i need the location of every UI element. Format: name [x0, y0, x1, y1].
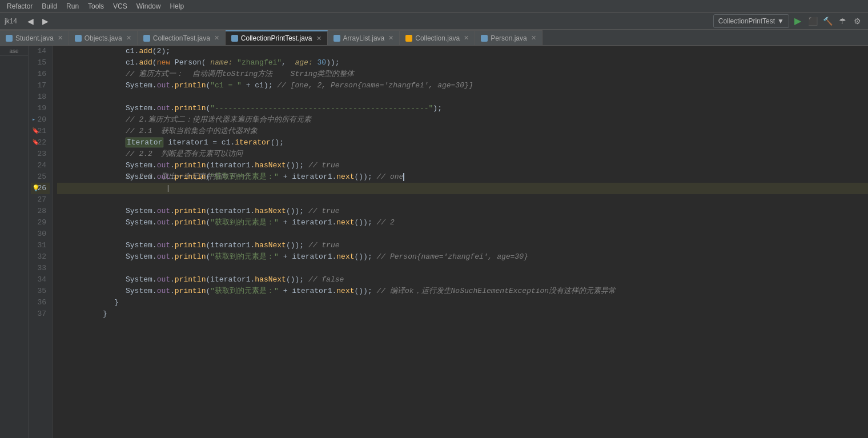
code-line-28: System.out.println(iterator1.hasNext());…	[57, 206, 868, 217]
menubar: Refactor Build Run Tools VCS Window Help	[0, 0, 868, 13]
code-line-23: // 2.2 判断是否有元素可以访问	[57, 148, 868, 160]
tab-collectiontest[interactable]: CollectionTest.java ✕	[138, 30, 226, 45]
fold-icon-20: ▸	[32, 114, 35, 126]
code-area[interactable]: 14 15 16 17 18 19 ▸ 20 🔖 21 🔖 22 23 24 2…	[29, 46, 868, 438]
line-num-22: 🔖 22	[31, 137, 50, 148]
tab-collection-close[interactable]: ✕	[464, 34, 469, 42]
menu-build[interactable]: Build	[37, 0, 62, 13]
tab-objects[interactable]: Objects.java ✕	[69, 30, 138, 45]
line-num-20: ▸ 20	[31, 114, 50, 126]
toolbar: jk14 ◀ ▶ CollectionPrintTest ▼ ▶ ⬛ 🔨 ☂ ⚙	[0, 13, 868, 30]
menu-help[interactable]: Help	[165, 0, 188, 13]
profile-button[interactable]: ⚙	[851, 15, 863, 27]
code-line-21: // 2.1 获取当前集合中的迭代器对象	[57, 126, 868, 137]
code-line-24: System.out.println(iterator1.hasNext());…	[57, 160, 868, 171]
debug-button[interactable]: ⬛	[806, 15, 819, 27]
bookmark-icon-22: 🔖	[32, 137, 39, 148]
line-num-23: 23	[31, 148, 50, 160]
tab-collectiontest-icon	[143, 35, 150, 42]
tab-student[interactable]: Student.java ✕	[0, 30, 69, 45]
menu-window[interactable]: Window	[132, 0, 166, 13]
tab-collectionprinttest[interactable]: CollectionPrintTest.java ✕	[226, 30, 328, 45]
tab-collection[interactable]: Collection.java ✕	[400, 30, 475, 45]
line-num-19: 19	[31, 103, 50, 114]
sidebar-label: ase	[0, 46, 28, 56]
code-line-30	[57, 228, 868, 240]
line-num-21: 🔖 21	[31, 126, 50, 137]
run-button[interactable]: ▶	[791, 15, 804, 27]
line-num-32: 32	[31, 251, 50, 263]
warning-icon-26: 💡	[32, 183, 40, 194]
tab-objects-icon	[75, 35, 82, 42]
code-line-34: System.out.println(iterator1.hasNext());…	[57, 274, 868, 286]
menu-tools[interactable]: Tools	[83, 0, 108, 13]
code-line-33	[57, 263, 868, 274]
tab-student-icon	[6, 35, 13, 42]
tab-collectionprinttest-label: CollectionPrintTest.java	[241, 34, 312, 42]
code-line-22: Iterator iterator1 = c1.iterator();	[57, 137, 868, 148]
tab-arraylist-close[interactable]: ✕	[388, 34, 393, 42]
tab-student-close[interactable]: ✕	[58, 34, 63, 42]
code-line-19: System.out.println("--------------------…	[57, 103, 868, 114]
project-name: jk14	[5, 17, 17, 25]
line-num-15: 15	[31, 57, 50, 69]
editor-container: ase 14 15 16 17 18 19 ▸ 20 🔖 21 🔖 22 23	[0, 46, 868, 438]
line-num-30: 30	[31, 228, 50, 240]
menu-run[interactable]: Run	[62, 0, 83, 13]
tab-person[interactable]: Person.java ✕	[475, 30, 542, 45]
tab-collectionprinttest-close[interactable]: ✕	[316, 35, 322, 42]
line-num-36: 36	[31, 297, 50, 308]
tab-arraylist[interactable]: ArrayList.java ✕	[328, 30, 400, 45]
code-line-32: System.out.println("获取到的元素是：" + iterator…	[57, 251, 868, 263]
line-num-18: 18	[31, 91, 50, 103]
code-line-26: System.out.println("获取到的元素是：" + iterator…	[57, 183, 868, 194]
run-config-box: CollectionPrintTest ▼	[713, 14, 789, 28]
code-line-31: System.out.println(iterator1.hasNext());…	[57, 240, 868, 251]
line-numbers: 14 15 16 17 18 19 ▸ 20 🔖 21 🔖 22 23 24 2…	[29, 46, 53, 438]
line-num-37: 37	[31, 308, 50, 320]
line-num-27: 27	[31, 194, 50, 206]
code-line-20: // 2.遍历方式二：使用迭代器来遍历集合中的所有元素	[57, 114, 868, 126]
line-num-35: 35	[31, 286, 50, 297]
line-num-33: 33	[31, 263, 50, 274]
code-content[interactable]: c1.add(2); c1.add(new Person( name: "zha…	[53, 46, 868, 438]
tab-arraylist-label: ArrayList.java	[343, 34, 385, 42]
run-config-label: CollectionPrintTest	[718, 17, 775, 25]
coverage-button[interactable]: ☂	[836, 15, 849, 27]
menu-vcs[interactable]: VCS	[108, 0, 132, 13]
line-num-16: 16	[31, 69, 50, 80]
build-button[interactable]: 🔨	[821, 15, 834, 27]
tab-collection-icon	[405, 35, 412, 42]
forward-button[interactable]: ▶	[39, 15, 51, 27]
tab-person-label: Person.java	[491, 34, 527, 42]
code-line-17: System.out.println("c1 = " + c1); // [on…	[57, 80, 868, 91]
code-line-14: c1.add(2);	[57, 46, 868, 57]
line-num-28: 28	[31, 206, 50, 217]
menu-refactor[interactable]: Refactor	[2, 0, 37, 13]
line-num-14: 14	[31, 46, 50, 57]
tab-person-icon	[481, 35, 488, 42]
tab-objects-close[interactable]: ✕	[126, 34, 131, 42]
back-button[interactable]: ◀	[24, 15, 37, 27]
file-tabs: Student.java ✕ Objects.java ✕ Collection…	[0, 30, 868, 46]
tab-collectiontest-close[interactable]: ✕	[214, 34, 219, 42]
code-line-15: c1.add(new Person( name: "zhangfei", age…	[57, 57, 868, 69]
line-num-26: 💡 26	[31, 183, 50, 194]
code-line-37: }	[57, 308, 868, 320]
sidebar: ase	[0, 46, 29, 438]
tab-student-label: Student.java	[15, 34, 54, 42]
line-num-29: 29	[31, 217, 50, 228]
tab-collectiontest-label: CollectionTest.java	[153, 34, 210, 42]
tab-collectionprinttest-icon	[231, 35, 238, 42]
line-num-25: 25	[31, 171, 50, 183]
line-num-24: 24	[31, 160, 50, 171]
code-line-29: System.out.println("获取到的元素是：" + iterator…	[57, 217, 868, 228]
line-num-34: 34	[31, 274, 50, 286]
dropdown-icon[interactable]: ▼	[777, 17, 784, 25]
code-line-35: System.out.println("获取到的元素是：" + iterator…	[57, 286, 868, 297]
cursor-indicator: |	[166, 184, 170, 192]
bookmark-icon-21: 🔖	[32, 126, 39, 137]
tab-person-close[interactable]: ✕	[531, 34, 536, 42]
tab-objects-label: Objects.java	[85, 34, 122, 42]
tab-collection-label: Collection.java	[415, 34, 460, 42]
